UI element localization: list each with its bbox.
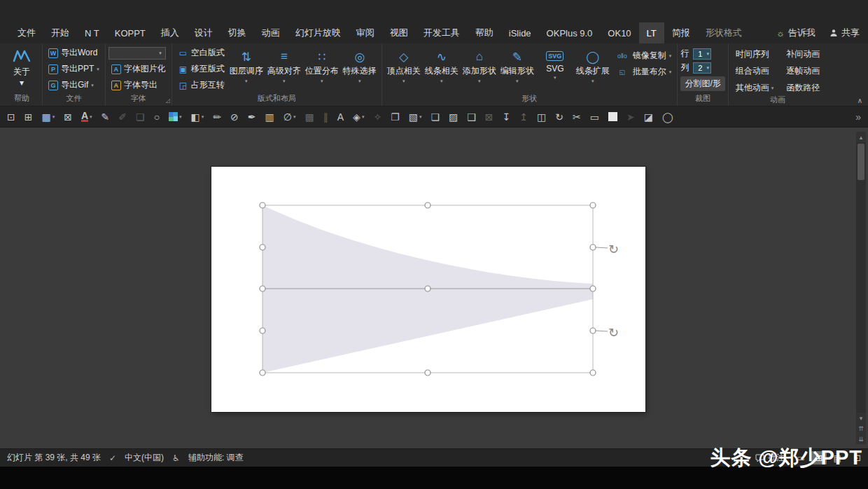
shape-stack-button[interactable]: ◱ 批量布尔 ▾: [612, 64, 675, 79]
ribbon-tab[interactable]: 视图: [382, 22, 416, 43]
ink-pen-icon[interactable]: ✒: [248, 111, 256, 123]
bring-forward-icon[interactable]: ❏: [430, 111, 440, 123]
table-doc-icon[interactable]: ▨: [449, 111, 458, 123]
ribbon-tab[interactable]: 简报: [664, 22, 698, 43]
oval-shape-icon[interactable]: ○: [154, 111, 160, 123]
horn-shape-top[interactable]: [262, 205, 593, 289]
layout-tool-button[interactable]: ▭ 空白版式: [175, 46, 227, 60]
highlighter-icon[interactable]: ✐: [118, 111, 127, 123]
layout-large-button[interactable]: ∷ 位置分布 ▾: [303, 46, 341, 84]
black-arrow-icon[interactable]: ➤: [626, 111, 635, 123]
fill-color-icon[interactable]: ◧ ▾: [191, 111, 204, 123]
picture-fill-icon[interactable]: ▧ ▾: [409, 111, 422, 123]
font-tool-button[interactable]: A 字体图片化: [108, 62, 169, 76]
shape-large-button[interactable]: ◯ 线条扩展 ▾: [574, 46, 612, 84]
ribbon-tab[interactable]: 开发工具: [416, 22, 468, 43]
resize-handle[interactable]: [425, 370, 430, 376]
shape-large-button[interactable]: ◇ 顶点相关 ▾: [385, 46, 423, 84]
shape-stack-button[interactable]: o‖o 镜像复制 ▾: [612, 48, 675, 63]
slide[interactable]: ↻ ↻: [211, 167, 645, 412]
ribbon-tab[interactable]: KOPPT: [107, 22, 153, 43]
no-outline-icon[interactable]: ⊘: [230, 111, 239, 123]
resize-handle[interactable]: [425, 286, 430, 291]
resize-handle[interactable]: [260, 245, 265, 250]
ribbon-tab[interactable]: 插入: [153, 22, 187, 43]
chart-icon[interactable]: ▥: [265, 111, 274, 123]
accessibility-status[interactable]: 辅助功能: 调查: [188, 452, 244, 464]
resize-handle[interactable]: [260, 328, 265, 333]
shape-large-button[interactable]: ✎ 编辑形状 ▾: [498, 46, 536, 84]
theme-colors-icon[interactable]: ▾: [169, 112, 182, 121]
cut-icon[interactable]: ✂: [573, 111, 581, 123]
eyedropper-icon[interactable]: ✎: [102, 111, 110, 123]
spell-check-icon[interactable]: ✓: [109, 453, 116, 463]
resize-handle[interactable]: [590, 370, 596, 376]
crop-icon[interactable]: ▭: [590, 111, 599, 123]
ribbon-tab[interactable]: 开始: [43, 22, 77, 43]
split-picture-button[interactable]: 分割图/形: [680, 76, 724, 91]
shape-select-icon[interactable]: ◈ ▾: [353, 111, 364, 123]
scrollbar-thumb[interactable]: [858, 144, 864, 180]
font-combo-box[interactable]: ▾: [108, 47, 166, 60]
count-spinner[interactable]: 2 ▾: [693, 62, 711, 74]
white-swatch-icon[interactable]: [608, 112, 617, 121]
selected-shape-group[interactable]: ↻ ↻: [211, 167, 645, 412]
no-fill-icon[interactable]: ∅ ▾: [284, 111, 296, 123]
export-image-icon[interactable]: ↧: [503, 111, 511, 123]
about-button[interactable]: 关于 ▾: [4, 46, 39, 88]
ribbon-tab[interactable]: 切换: [220, 22, 254, 43]
scroll-down-button[interactable]: ▾: [856, 413, 866, 423]
picture-icon[interactable]: ◪: [644, 111, 653, 123]
shape-large-button[interactable]: SVG SVG ▾: [536, 46, 574, 84]
ribbon-tab[interactable]: iSlide: [501, 22, 539, 43]
add-slide-icon[interactable]: ⊞: [24, 111, 33, 123]
export-button[interactable]: P 导出PPT ▾: [46, 62, 102, 76]
shape-large-button[interactable]: ⌂ 添加形状 ▾: [461, 46, 498, 84]
grid-icon[interactable]: ▩: [305, 111, 314, 123]
format-painter-icon[interactable]: ❏: [136, 111, 145, 123]
dialog-launcher-icon[interactable]: ◿: [166, 97, 170, 104]
ribbon-tab[interactable]: 审阅: [349, 22, 382, 43]
ribbon-tab[interactable]: OKPlus 9.0: [539, 22, 601, 43]
layers-icon[interactable]: ❐: [391, 111, 400, 123]
scrollbar-track[interactable]: [856, 142, 866, 413]
layout-large-button[interactable]: ⇅ 图层调序 ▾: [227, 46, 265, 84]
import-image-icon[interactable]: ↥: [519, 111, 528, 123]
animation-button[interactable]: 组合动画: [736, 65, 774, 77]
ribbon-tab[interactable]: 设计: [187, 22, 220, 43]
resize-handle[interactable]: [260, 202, 265, 208]
table-edit-icon[interactable]: ▦ ▾: [41, 111, 55, 123]
delete-placeholder-icon[interactable]: ⊠: [64, 111, 72, 123]
shape-large-button[interactable]: ∿ 线条相关 ▾: [423, 46, 461, 84]
resize-handle[interactable]: [260, 286, 265, 291]
ribbon-tab[interactable]: N T: [77, 22, 107, 43]
share-button[interactable]: 共享: [830, 27, 860, 39]
resize-handle[interactable]: [425, 202, 430, 208]
ribbon-tab[interactable]: LT: [639, 22, 664, 43]
circle-tool-icon[interactable]: ◯: [662, 111, 673, 123]
font-color-icon[interactable]: A ▾: [81, 111, 92, 122]
animation-button[interactable]: 补间动画: [786, 48, 820, 60]
color-picker-icon[interactable]: ✏: [213, 111, 221, 123]
animation-button[interactable]: 逐帧动画: [786, 65, 820, 77]
ribbon-tab[interactable]: 文件: [10, 22, 43, 43]
font-tool-button[interactable]: A 字体导出: [108, 78, 169, 92]
language-indicator[interactable]: 中文(中国): [125, 452, 164, 464]
animation-button[interactable]: 函数路径: [786, 82, 820, 94]
scroll-up-button[interactable]: ▴: [856, 132, 866, 142]
resize-handle[interactable]: [590, 202, 596, 208]
layout-tool-button[interactable]: ◲ 占形互转: [175, 78, 227, 92]
layout-tool-button[interactable]: ▣ 移至版式: [175, 62, 227, 76]
ribbon-tab[interactable]: OK10: [600, 22, 638, 43]
copy-slide-icon[interactable]: ❑: [467, 111, 476, 123]
layout-large-button[interactable]: ◎ 特殊选择 ▾: [341, 46, 379, 84]
rotate-icon[interactable]: ↻: [555, 111, 564, 123]
export-button[interactable]: G 导出Gif ▾: [46, 78, 102, 92]
ribbon-tab[interactable]: 形状格式: [698, 22, 750, 43]
animation-button[interactable]: 时间序列: [736, 48, 774, 60]
layout-large-button[interactable]: ≡ 高级对齐 ▾: [265, 46, 303, 84]
resize-handle[interactable]: [590, 245, 596, 250]
resize-handle[interactable]: [260, 370, 265, 376]
count-spinner[interactable]: 1 ▾: [693, 48, 711, 60]
resize-handle[interactable]: [590, 328, 596, 333]
